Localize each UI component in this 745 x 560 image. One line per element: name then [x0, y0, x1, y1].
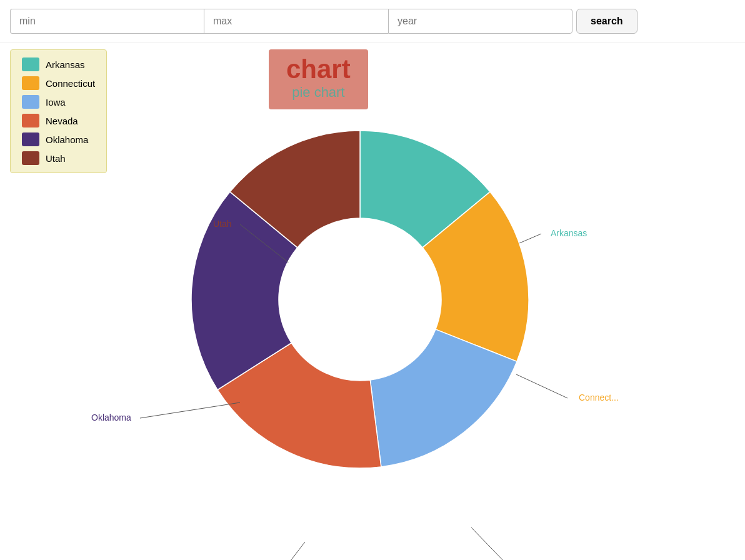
label-line-4 — [140, 402, 240, 418]
legend-item: Nevada — [22, 114, 95, 128]
search-bar: search — [0, 0, 745, 43]
label-text-4: Oklahoma — [91, 412, 131, 422]
legend-color-swatch — [22, 114, 39, 128]
legend: Arkansas Connecticut Iowa Nevada Oklahom… — [10, 49, 107, 173]
legend-color-swatch — [22, 76, 39, 90]
chart-container: ArkansasConnect...IowaNevadaOklahomaUtah — [0, 68, 745, 481]
legend-item: Connecticut — [22, 76, 95, 90]
label-text-5: Utah — [213, 219, 232, 229]
label-line-2 — [471, 528, 528, 560]
legend-item: Arkansas — [22, 58, 95, 71]
legend-item-label: Utah — [46, 153, 66, 164]
min-input[interactable] — [10, 9, 204, 34]
legend-item-label: Connecticut — [46, 78, 95, 89]
legend-item-label: Nevada — [46, 116, 78, 126]
label-line-3 — [260, 542, 305, 560]
legend-item-label: Iowa — [46, 97, 66, 108]
search-button[interactable]: search — [576, 9, 638, 34]
legend-item-label: Arkansas — [46, 59, 85, 70]
legend-color-swatch — [22, 95, 39, 109]
label-line-1 — [516, 374, 568, 398]
label-text-0: Arkansas — [551, 228, 587, 238]
donut-center — [279, 219, 441, 380]
legend-color-swatch — [22, 132, 39, 146]
legend-item: Oklahoma — [22, 132, 95, 146]
donut-chart: ArkansasConnect...IowaNevadaOklahomaUtah — [60, 56, 685, 493]
legend-color-swatch — [22, 58, 39, 71]
year-input[interactable] — [388, 9, 572, 34]
label-text-1: Connect... — [579, 392, 619, 402]
max-input[interactable] — [204, 9, 388, 34]
legend-item: Utah — [22, 151, 95, 165]
legend-color-swatch — [22, 151, 39, 165]
legend-item: Iowa — [22, 95, 95, 109]
legend-item-label: Oklahoma — [46, 134, 88, 145]
main-content: Arkansas Connecticut Iowa Nevada Oklahom… — [0, 43, 745, 481]
